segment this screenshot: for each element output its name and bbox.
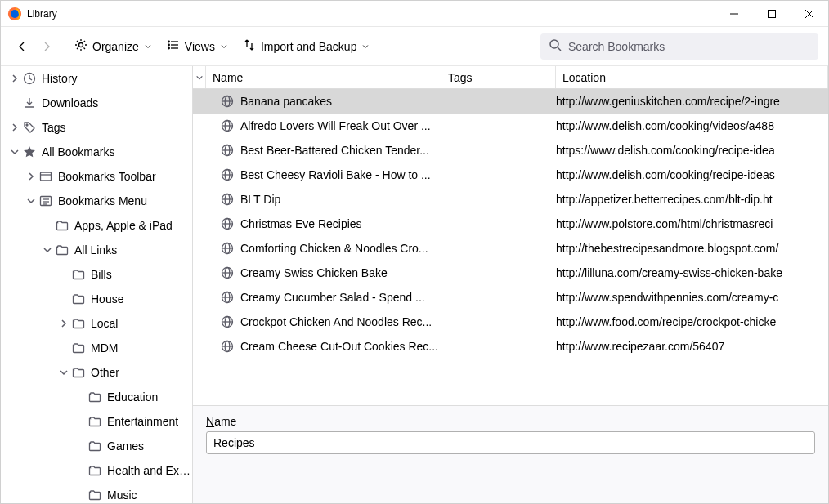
menu-icon (38, 194, 53, 208)
chevron-down-icon (9, 146, 20, 158)
chevron-none-icon (74, 440, 86, 452)
tree-label: Music (107, 488, 137, 502)
table-row[interactable]: Creamy Cucumber Salad - Spend ...http://… (193, 285, 828, 310)
tree-label: Games (107, 439, 144, 453)
tree-label: History (42, 72, 78, 85)
folder-icon (87, 463, 102, 478)
table-row[interactable]: Cream Cheese Cut-Out Cookies Rec...http:… (193, 334, 828, 359)
table-row[interactable]: Creamy Swiss Chicken Bakehttp://lilluna.… (193, 261, 828, 285)
tree-label: Bookmarks Toolbar (58, 170, 156, 183)
svg-point-10 (168, 41, 170, 42)
svg-point-13 (550, 40, 558, 48)
row-location: https://www.delish.com/cooking/recipe-id… (556, 144, 828, 157)
star-icon (22, 145, 37, 159)
chevron-down-icon (25, 195, 37, 207)
svg-point-6 (79, 43, 83, 47)
tree-label: Entertainment (107, 415, 178, 428)
tree-label: Health and Exercise (107, 464, 192, 477)
row-name: Christmas Eve Recipies (221, 217, 441, 230)
import-backup-menu[interactable]: Import and Backup (236, 34, 377, 59)
views-menu[interactable]: Views (160, 34, 235, 59)
tree-item[interactable]: Music (1, 483, 192, 503)
tree-item[interactable]: MDM (1, 336, 192, 360)
organize-menu[interactable]: Organize (68, 34, 159, 59)
tree-item[interactable]: All Bookmarks (1, 140, 192, 164)
tree-item[interactable]: House (1, 287, 192, 311)
folder-icon (71, 292, 86, 306)
folder-icon (71, 316, 86, 331)
chevron-none-icon (58, 293, 69, 305)
chevron-none-icon (58, 342, 69, 354)
table-row[interactable]: Banana pancakeshttp://www.geniuskitchen.… (193, 89, 828, 114)
table-row[interactable]: Comforting Chicken & Noodles Cro...http:… (193, 236, 828, 261)
detail-name-label: Name (206, 415, 236, 428)
column-picker[interactable] (193, 66, 206, 88)
tree-item[interactable]: Education (1, 385, 192, 409)
tree-item[interactable]: Bills (1, 262, 192, 287)
chevron-none-icon (74, 391, 86, 403)
table-row[interactable]: Best Beer-Battered Chicken Tender...http… (193, 138, 828, 163)
row-location: http://thebestrecipesandmore.blogspot.co… (556, 242, 828, 255)
folder-icon (71, 341, 86, 355)
search-input[interactable] (568, 40, 810, 53)
toolbar: Organize Views Import and Backup (1, 27, 828, 66)
chevron-down-icon (58, 367, 69, 378)
column-name[interactable]: Name (206, 66, 441, 88)
row-location: http://www.delish.com/cooking/videos/a48… (556, 119, 828, 132)
table-row[interactable]: Alfredo Lovers Will Freak Out Over ...ht… (193, 114, 828, 138)
close-button[interactable] (791, 1, 828, 26)
detail-name-input[interactable] (206, 431, 815, 454)
tree-item[interactable]: Health and Exercise (1, 458, 192, 483)
tree-item[interactable]: Local (1, 311, 192, 336)
tree-label: Bills (91, 268, 112, 281)
chevron-none-icon (74, 465, 86, 476)
title-bar: Library (1, 1, 828, 27)
tree-item[interactable]: Apps, Apple & iPad (1, 213, 192, 238)
maximize-button[interactable] (753, 1, 791, 26)
back-button[interactable] (11, 34, 34, 59)
row-name: Comforting Chicken & Noodles Cro... (221, 242, 441, 255)
import-export-icon (243, 38, 256, 54)
table-row[interactable]: BLT Diphttp://appetizer.betterrecipes.co… (193, 187, 828, 212)
chevron-none-icon (74, 416, 86, 427)
tree-item[interactable]: Games (1, 434, 192, 458)
download-icon (22, 96, 37, 110)
minimize-button[interactable] (715, 1, 753, 26)
folder-icon (71, 267, 86, 282)
table-row[interactable]: Best Cheesy Ravioli Bake - How to ...htt… (193, 163, 828, 187)
search-box[interactable] (540, 33, 818, 60)
tree-label: Local (91, 317, 118, 330)
firefox-icon (7, 7, 27, 21)
chevron-right-icon (25, 171, 37, 182)
column-tags[interactable]: Tags (441, 66, 556, 88)
tree-item[interactable]: History (1, 66, 192, 91)
row-location: http://www.spendwithpennies.com/creamy-c (556, 291, 828, 304)
tree-item[interactable]: Bookmarks Menu (1, 189, 192, 213)
row-location: http://www.delish.com/cooking/recipe-ide… (556, 168, 828, 181)
table-row[interactable]: Crockpot Chicken And Noodles Rec...http:… (193, 310, 828, 334)
chevron-none-icon (9, 97, 20, 109)
svg-rect-3 (769, 10, 776, 17)
tree-label: Bookmarks Menu (58, 194, 147, 207)
forward-button[interactable] (35, 34, 58, 59)
chevron-none-icon (42, 220, 53, 231)
sidebar-tree[interactable]: HistoryDownloadsTagsAll BookmarksBookmar… (1, 66, 193, 503)
tree-item[interactable]: Bookmarks Toolbar (1, 164, 192, 189)
folder-icon (87, 439, 102, 453)
search-icon (549, 38, 562, 55)
column-location[interactable]: Location (556, 66, 828, 88)
tree-item[interactable]: Downloads (1, 91, 192, 115)
gear-icon (74, 38, 87, 54)
tree-item[interactable]: Tags (1, 115, 192, 140)
tree-item[interactable]: All Links (1, 238, 192, 262)
tree-item[interactable]: Entertainment (1, 409, 192, 434)
tree-label: MDM (91, 341, 118, 355)
tree-item[interactable]: Other (1, 360, 192, 385)
row-name: Creamy Cucumber Salad - Spend ... (221, 291, 441, 304)
table-row[interactable]: Christmas Eve Recipieshttp://www.polstor… (193, 212, 828, 236)
tree-label: Tags (42, 121, 66, 134)
chevron-right-icon (9, 73, 20, 84)
row-name: Creamy Swiss Chicken Bake (221, 266, 441, 279)
bookmark-table[interactable]: Name Tags Location Banana pancakeshttp:/… (193, 66, 828, 405)
chevron-none-icon (74, 489, 86, 501)
